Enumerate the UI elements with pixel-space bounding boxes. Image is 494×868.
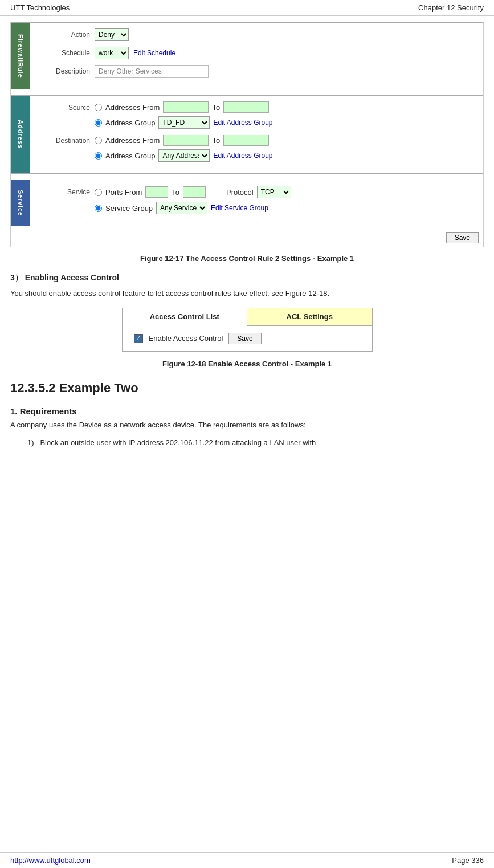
dest-group-select[interactable]: Any Address	[158, 149, 210, 162]
schedule-label: Schedule	[39, 49, 90, 57]
dest-from-input[interactable]	[163, 135, 209, 146]
service-radio-group: Ports From To Protocol TCP Service Group	[95, 186, 291, 214]
destination-row: Destination Addresses From To Address Gr…	[39, 135, 473, 162]
header-left: UTT Technologies	[10, 3, 70, 12]
service-sidebar: Service	[11, 180, 30, 226]
description-input[interactable]	[95, 65, 209, 78]
source-row: Source Addresses From To Address Group	[39, 101, 473, 129]
requirements-paragraph: A company uses the Device as a network a…	[10, 419, 484, 431]
source-addresses-label: Addresses From	[105, 103, 160, 112]
action-label: Action	[39, 31, 90, 39]
dest-edit-group-link[interactable]: Edit Address Group	[213, 152, 272, 160]
service-row: Service Ports From To Protocol TCP	[39, 186, 473, 214]
schedule-select[interactable]: work	[95, 47, 129, 59]
service-content: Service Ports From To Protocol TCP	[30, 180, 483, 226]
req-item-1: 1) Block an outside user with IP address…	[10, 437, 484, 449]
service-group-row: Service Group Any Service Edit Service G…	[95, 202, 291, 214]
footer-page: Page 336	[452, 856, 484, 865]
page-footer: http://www.uttglobal.com Page 336	[0, 852, 494, 868]
ports-from-row: Ports From To Protocol TCP	[95, 186, 291, 198]
req-item-1-text: Block an outside user with IP address 20…	[40, 438, 316, 447]
firewall-rule-container: FirewallRule Action Deny Schedule work E…	[10, 22, 484, 247]
main-section-title: 12.3.5.2 Example Two	[10, 381, 484, 398]
protocol-label: Protocol	[226, 188, 254, 197]
edit-schedule-link[interactable]: Edit Schedule	[133, 49, 175, 57]
destination-label: Destination	[39, 137, 90, 145]
address-sidebar: Address	[11, 96, 30, 173]
schedule-row: Schedule work Edit Schedule	[39, 47, 473, 59]
figure2-caption: Figure 12-18 Enable Access Control - Exa…	[10, 360, 484, 368]
address-box: Address Source Addresses From To	[11, 95, 483, 174]
edit-service-group-link[interactable]: Edit Service Group	[211, 204, 268, 212]
acl-save-button[interactable]: Save	[228, 333, 261, 344]
service-group-label: Service Group	[105, 204, 153, 213]
dest-addresses-label: Addresses From	[105, 136, 160, 145]
source-to-label: To	[212, 103, 220, 112]
source-from-input[interactable]	[163, 101, 209, 113]
acl-tabs: Access Control List ACL Settings	[123, 308, 372, 326]
service-group-select[interactable]: Any Service	[156, 202, 207, 214]
description-label: Description	[39, 67, 90, 75]
protocol-select[interactable]: TCP	[257, 186, 291, 198]
dest-to-input[interactable]	[223, 135, 269, 146]
source-addresses-from-row: Addresses From To	[95, 101, 273, 113]
service-group-radio[interactable]	[95, 205, 102, 212]
firewall-content: Action Deny Schedule work Edit Schedule …	[30, 23, 483, 89]
service-label: Service	[39, 188, 90, 196]
section3-heading: 3） Enabling Access Control	[10, 273, 484, 283]
page-header: UTT Technologies Chapter 12 Security	[0, 0, 494, 16]
requirements-list: 1) Block an outside user with IP address…	[10, 437, 484, 449]
source-to-input[interactable]	[223, 101, 269, 113]
service-box: Service Service Ports From To Protocol	[11, 180, 483, 226]
source-group-row: Address Group TD_FD Edit Address Group	[95, 116, 273, 129]
footer-link[interactable]: http://www.uttglobal.com	[10, 856, 91, 865]
action-select[interactable]: Deny	[95, 28, 129, 41]
firewall-sidebar: FirewallRule	[11, 23, 30, 89]
dest-addresses-from-row: Addresses From To	[95, 135, 273, 146]
destination-radio-group: Addresses From To Address Group Any Addr…	[95, 135, 273, 162]
source-radio-group: Addresses From To Address Group TD_FD Ed…	[95, 101, 273, 129]
ports-from-label: Ports From	[105, 188, 142, 197]
source-group-label: Address Group	[105, 119, 155, 127]
tab-acl[interactable]: Access Control List	[123, 308, 247, 326]
save-row: Save	[11, 232, 483, 247]
ports-to-input[interactable]	[183, 186, 206, 198]
ports-from-input[interactable]	[145, 186, 168, 198]
sub-section-title: 1. Requirements	[10, 406, 484, 416]
dest-group-label: Address Group	[105, 152, 155, 160]
action-row: Action Deny	[39, 28, 473, 41]
ports-to-label: To	[172, 188, 179, 197]
dest-to-label: To	[212, 136, 220, 145]
source-label: Source	[39, 104, 90, 112]
dest-group-row: Address Group Any Address Edit Address G…	[95, 149, 273, 162]
address-content: Source Addresses From To Address Group	[30, 96, 483, 173]
header-right: Chapter 12 Security	[418, 3, 484, 12]
dest-addresses-radio[interactable]	[95, 137, 102, 144]
dest-group-radio[interactable]	[95, 152, 102, 160]
enable-acl-checkbox[interactable]: ✓	[134, 334, 143, 343]
save-button[interactable]: Save	[446, 232, 479, 243]
ports-from-radio[interactable]	[95, 189, 102, 196]
source-group-radio[interactable]	[95, 119, 102, 127]
source-edit-group-link[interactable]: Edit Address Group	[213, 119, 272, 127]
source-group-select[interactable]: TD_FD	[158, 116, 210, 129]
description-row: Description	[39, 65, 473, 78]
acl-body: ✓ Enable Access Control Save	[123, 326, 372, 351]
source-addresses-radio[interactable]	[95, 104, 102, 111]
figure1-caption: Figure 12-17 The Access Control Rule 2 S…	[10, 254, 484, 263]
firewall-rule-box: FirewallRule Action Deny Schedule work E…	[11, 22, 483, 89]
main-content: FirewallRule Action Deny Schedule work E…	[0, 16, 494, 488]
section3-title: Enabling Access Control	[25, 273, 119, 282]
enable-acl-label: Enable Access Control	[149, 334, 223, 343]
section3-num: 3）	[10, 273, 23, 282]
acl-box: Access Control List ACL Settings ✓ Enabl…	[122, 308, 373, 352]
section3-paragraph: You should enable access control feature…	[10, 288, 484, 300]
tab-acl-settings[interactable]: ACL Settings	[247, 308, 372, 326]
